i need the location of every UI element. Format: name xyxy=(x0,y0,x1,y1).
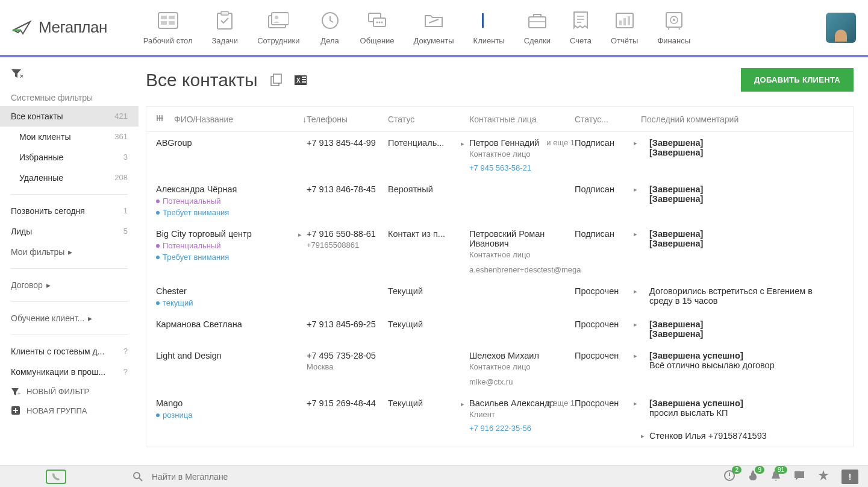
sidebar-all-contacts[interactable]: Все контакты421 xyxy=(0,106,139,127)
nav-chat[interactable]: Общение xyxy=(360,7,395,48)
filter-icon[interactable]: ✕ xyxy=(11,68,23,79)
bottom-bar: 2 9 91 ! xyxy=(0,465,868,487)
nav-label: Задачи xyxy=(211,36,238,45)
svg-point-18 xyxy=(487,16,492,20)
fire-icon[interactable]: 9 xyxy=(748,470,758,483)
comment-text: [Завершена] xyxy=(649,138,837,148)
deal-status: Просрочен xyxy=(575,319,641,329)
expand-icon[interactable]: ▸ xyxy=(298,231,302,239)
svg-rect-21 xyxy=(619,20,622,25)
comment-text: [Завершена] xyxy=(649,184,837,194)
sidebar-communications[interactable]: Коммуникации в прош...? xyxy=(0,362,139,382)
svg-rect-35 xyxy=(302,79,306,80)
comment-text: [Завершена] xyxy=(649,319,837,329)
svg-text:+: + xyxy=(17,391,20,396)
sidebar-group-training[interactable]: Обучение клиент...▸ xyxy=(0,308,139,328)
call-button[interactable] xyxy=(46,470,66,484)
contact-phone[interactable]: +7 916 222-35-56 xyxy=(469,424,569,433)
contact-role: Контактное лицо xyxy=(469,362,569,371)
action-label: НОВАЯ ГРУППА xyxy=(27,406,87,415)
user-avatar[interactable] xyxy=(826,13,856,43)
logo[interactable]: Мегаплан xyxy=(12,18,107,37)
nav-deals[interactable]: Дела xyxy=(319,7,341,48)
contact-name: Петровский Роман Иванович xyxy=(469,229,569,248)
svg-rect-6 xyxy=(221,11,228,15)
top-nav: Мегаплан Рабочий стол Задачи Сотрудники … xyxy=(0,0,868,57)
columns-config-icon[interactable] xyxy=(156,114,164,122)
table-row[interactable]: Mangoрозница +7 915 269-48-44 Текущий ▸В… xyxy=(146,392,853,447)
search-icon[interactable] xyxy=(133,471,143,482)
search-input[interactable] xyxy=(152,472,723,482)
expand-icon[interactable]: ▸ xyxy=(634,287,637,295)
sidebar-guest-clients[interactable]: Клиенты с гостевым д...? xyxy=(0,341,139,362)
col-status2[interactable]: Статус... xyxy=(575,115,641,124)
expand-icon[interactable]: ▸ xyxy=(634,352,637,360)
nav-desktop[interactable]: Рабочий стол xyxy=(143,7,193,48)
client-status: Вероятный xyxy=(388,184,469,194)
sidebar-group-contract[interactable]: Договор▸ xyxy=(0,275,139,295)
expand-icon[interactable]: ▸ xyxy=(634,186,637,193)
nav-reports[interactable]: Отчёты xyxy=(611,7,638,48)
table-row[interactable]: Александра ЧёрнаяПотенциальныйТребует вн… xyxy=(146,178,853,223)
warning-icon[interactable]: ! xyxy=(841,470,858,484)
nav-employees[interactable]: Сотрудники xyxy=(257,7,299,48)
nav-clients[interactable]: Клиенты xyxy=(473,7,505,48)
bell-icon[interactable]: 91 xyxy=(770,470,781,483)
sidebar-item-label: Клиенты с гостевым д... xyxy=(11,347,104,356)
client-status: Текущий xyxy=(388,319,469,329)
client-name: ABGroup xyxy=(156,138,301,148)
col-name[interactable]: ФИО/Название ↓ xyxy=(174,115,307,124)
add-client-button[interactable]: ДОБАВИТЬ КЛИЕНТА xyxy=(741,68,854,92)
chat-bubble-icon[interactable] xyxy=(793,470,805,483)
expand-icon[interactable]: ▸ xyxy=(461,140,464,148)
excel-icon[interactable]: X xyxy=(294,74,307,87)
sidebar-favorites[interactable]: Избранные3 xyxy=(0,147,139,168)
col-contact[interactable]: Контактные лица xyxy=(469,115,575,124)
nav-label: Счета xyxy=(570,36,592,45)
tag-label: Требует внимания xyxy=(163,208,229,217)
star-icon[interactable] xyxy=(817,470,829,483)
nav-sales[interactable]: Сделки xyxy=(524,7,551,48)
client-phone: +7 913 846-78-45 xyxy=(307,184,388,194)
sidebar-deleted[interactable]: Удаленные208 xyxy=(0,168,139,188)
table-row[interactable]: ABGroup +7 913 845-44-99 Потенциаль... ▸… xyxy=(146,132,853,178)
copy-icon[interactable] xyxy=(270,74,283,87)
status-icons: 2 9 91 ! xyxy=(723,470,858,484)
invoice-icon xyxy=(573,11,589,30)
table-row[interactable]: Chesterтекущий Текущий Просрочен ▸Догово… xyxy=(146,280,853,313)
sidebar-my-clients[interactable]: Мои клиенты361 xyxy=(0,127,139,147)
contact-phone[interactable]: +7 945 563-58-21 xyxy=(469,163,569,172)
nav-label: Общение xyxy=(360,36,395,45)
svg-rect-0 xyxy=(158,13,178,28)
nav-tasks[interactable]: Задачи xyxy=(211,7,238,48)
nav-invoices[interactable]: Счета xyxy=(570,7,592,48)
expand-icon[interactable]: ▸ xyxy=(634,230,637,238)
expand-icon[interactable]: ▸ xyxy=(461,400,464,408)
col-comment[interactable]: Последний комментарий xyxy=(641,115,843,124)
expand-icon[interactable]: ▸ xyxy=(641,432,645,440)
svg-rect-3 xyxy=(161,21,167,25)
nav-finance[interactable]: Финансы xyxy=(657,7,690,48)
table-row[interactable]: Big City торговый центрПотенциальныйТреб… xyxy=(146,223,853,280)
table-row[interactable]: Light and Design +7 495 735-28-05Москва … xyxy=(146,345,853,392)
expand-icon[interactable]: ▸ xyxy=(634,139,637,147)
sidebar-leads[interactable]: Лиды5 xyxy=(0,221,139,242)
col-status[interactable]: Статус xyxy=(388,115,469,124)
contact-email[interactable]: a.eshenbrener+desctest@mega xyxy=(469,265,569,274)
contact-email[interactable]: mike@ctx.ru xyxy=(469,377,569,386)
alerts-icon[interactable]: 2 xyxy=(723,470,735,483)
chevron-right-icon: ▸ xyxy=(88,313,92,323)
svg-rect-17 xyxy=(482,13,484,28)
table-row[interactable]: Карманова Светлана +7 913 845-69-25 Теку… xyxy=(146,313,853,345)
expand-icon[interactable]: ▸ xyxy=(634,400,637,407)
sidebar-call-today[interactable]: Позвонить сегодня1 xyxy=(0,201,139,221)
nav-documents[interactable]: Документы xyxy=(414,7,454,48)
client-status: Текущий xyxy=(388,398,469,408)
new-filter-button[interactable]: + НОВЫЙ ФИЛЬТР xyxy=(0,382,139,401)
new-group-button[interactable]: НОВАЯ ГРУППА xyxy=(0,401,139,420)
contact-extra: и еще 1 xyxy=(546,138,575,147)
contact-name: Шелехов Михаил xyxy=(469,351,569,360)
expand-icon[interactable]: ▸ xyxy=(634,321,637,328)
sidebar-my-filters[interactable]: Мои фильтры▸ xyxy=(0,242,139,262)
col-phone[interactable]: Телефоны xyxy=(307,115,388,124)
